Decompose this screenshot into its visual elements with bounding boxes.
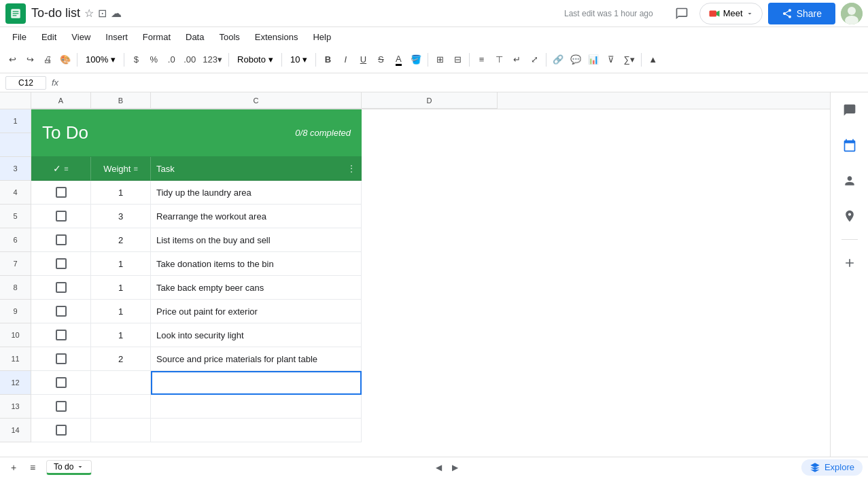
scroll-right-button[interactable]: ▶ — [448, 461, 462, 474]
task-cell-8[interactable]: Take back empty beer cans — [151, 276, 362, 300]
row-num-11[interactable]: 11 — [0, 347, 31, 371]
checkbox-cell-11[interactable] — [31, 347, 91, 371]
chart-button[interactable]: 📊 — [585, 50, 602, 69]
task-cell-12[interactable] — [151, 371, 362, 395]
menu-data[interactable]: Data — [179, 29, 211, 45]
borders-button[interactable]: ⊞ — [432, 50, 448, 69]
percent-button[interactable]: % — [145, 50, 162, 69]
undo-button[interactable]: ↩ — [4, 50, 20, 69]
format-number-button[interactable]: 123▾ — [200, 50, 225, 69]
font-select[interactable]: Roboto ▾ — [232, 51, 278, 69]
sidebar-maps-icon[interactable] — [837, 204, 862, 228]
row-num-7[interactable]: 7 — [0, 252, 31, 276]
font-size-select[interactable]: 10 ▾ — [285, 51, 312, 69]
cell-reference[interactable] — [5, 76, 46, 90]
menu-extensions[interactable]: Extensions — [248, 29, 305, 45]
rotate-button[interactable]: ⤢ — [526, 50, 542, 69]
checkbox-cell-4[interactable] — [31, 181, 91, 205]
function-button[interactable]: ∑▾ — [621, 50, 637, 69]
app-icon[interactable] — [5, 3, 26, 24]
weight-cell-6[interactable]: 2 — [91, 228, 151, 252]
add-sheet-button[interactable]: + — [5, 459, 22, 476]
task-checkbox-13[interactable] — [56, 401, 67, 412]
menu-format[interactable]: Format — [136, 29, 177, 45]
checkbox-cell-14[interactable] — [31, 419, 91, 442]
italic-button[interactable]: I — [337, 50, 353, 69]
task-cell-9[interactable]: Price out paint for exterior — [151, 300, 362, 323]
scroll-left-button[interactable]: ◀ — [432, 461, 445, 474]
checkbox-cell-10[interactable] — [31, 323, 91, 347]
row-num-1[interactable]: 1 — [0, 109, 31, 133]
bold-button[interactable]: B — [319, 50, 336, 69]
checkbox-cell-12[interactable] — [31, 371, 91, 395]
task-cell-14[interactable] — [151, 419, 362, 442]
menu-file[interactable]: File — [5, 29, 33, 45]
wrap-button[interactable]: ↵ — [508, 50, 525, 69]
cloud-icon[interactable]: ☁ — [111, 7, 122, 20]
task-checkbox-14[interactable] — [56, 425, 67, 436]
weight-cell-13[interactable] — [91, 395, 151, 419]
weight-cell-7[interactable]: 1 — [91, 252, 151, 276]
task-cell-7[interactable]: Take donation items to the bin — [151, 252, 362, 276]
weight-cell-8[interactable]: 1 — [91, 276, 151, 300]
task-checkbox-4[interactable] — [56, 187, 67, 198]
weight-cell-5[interactable]: 3 — [91, 205, 151, 228]
menu-view[interactable]: View — [65, 29, 97, 45]
row-num-12[interactable]: 12 — [0, 371, 31, 395]
paint-format-button[interactable]: 🎨 — [57, 50, 73, 69]
sheets-list-button[interactable]: ≡ — [24, 459, 41, 476]
decimal-increase-button[interactable]: .00 — [181, 50, 198, 69]
menu-tools[interactable]: Tools — [212, 29, 246, 45]
task-checkbox-12[interactable] — [56, 377, 67, 388]
underline-button[interactable]: U — [355, 50, 371, 69]
folder-icon[interactable]: ⊡ — [98, 7, 107, 20]
text-color-button[interactable]: A — [390, 50, 406, 69]
row-num-2[interactable] — [0, 133, 31, 157]
task-checkbox-10[interactable] — [56, 330, 67, 340]
sidebar-add-icon[interactable] — [837, 251, 862, 275]
task-checkbox-8[interactable] — [56, 282, 67, 293]
weight-cell-11[interactable]: 2 — [91, 347, 151, 371]
task-cell-10[interactable]: Look into security light — [151, 323, 362, 347]
task-cell-13[interactable] — [151, 395, 362, 419]
menu-edit[interactable]: Edit — [35, 29, 63, 45]
sheet-tab[interactable]: To do — [46, 460, 92, 475]
sidebar-contacts-icon[interactable] — [837, 169, 862, 193]
row-num-5[interactable]: 5 — [0, 205, 31, 228]
sidebar-calendar-icon[interactable] — [837, 133, 862, 158]
strikethrough-button[interactable]: S — [372, 50, 389, 69]
col-header-c[interactable]: C — [151, 92, 362, 109]
col-header-b[interactable]: B — [91, 92, 151, 109]
checkbox-cell-7[interactable] — [31, 252, 91, 276]
col-header-a[interactable]: A — [31, 92, 91, 109]
task-cell-11[interactable]: Source and price materials for plant tab… — [151, 347, 362, 371]
fill-color-button[interactable]: 🪣 — [408, 50, 424, 69]
merge-button[interactable]: ⊟ — [449, 50, 466, 69]
weight-cell-12[interactable] — [91, 371, 151, 395]
checkbox-cell-9[interactable] — [31, 300, 91, 323]
weight-cell-14[interactable] — [91, 419, 151, 442]
task-checkbox-9[interactable] — [56, 306, 67, 317]
col-header-d[interactable]: D — [362, 92, 498, 109]
row-num-14[interactable]: 14 — [0, 419, 31, 442]
menu-insert[interactable]: Insert — [99, 29, 135, 45]
row-num-3[interactable]: 3 — [0, 157, 31, 181]
link-button[interactable]: 🔗 — [550, 50, 566, 69]
star-icon[interactable]: ☆ — [84, 7, 94, 20]
row-num-9[interactable]: 9 — [0, 300, 31, 323]
chat-button[interactable] — [670, 1, 694, 26]
row-num-8[interactable]: 8 — [0, 276, 31, 300]
currency-button[interactable]: $ — [128, 50, 144, 69]
menu-help[interactable]: Help — [306, 29, 338, 45]
explore-button[interactable]: Explore — [801, 459, 863, 476]
redo-button[interactable]: ↪ — [22, 50, 38, 69]
valign-button[interactable]: ⊤ — [491, 50, 507, 69]
zoom-select[interactable]: 100% ▾ — [81, 51, 120, 69]
task-cell-4[interactable]: Tidy up the laundry area — [151, 181, 362, 205]
task-cell-5[interactable]: Rearrange the workout area — [151, 205, 362, 228]
task-checkbox-5[interactable] — [56, 211, 67, 222]
row-num-13[interactable]: 13 — [0, 395, 31, 419]
meet-button[interactable]: Meet — [699, 3, 763, 24]
task-checkbox-6[interactable] — [56, 234, 67, 245]
checkbox-cell-13[interactable] — [31, 395, 91, 419]
